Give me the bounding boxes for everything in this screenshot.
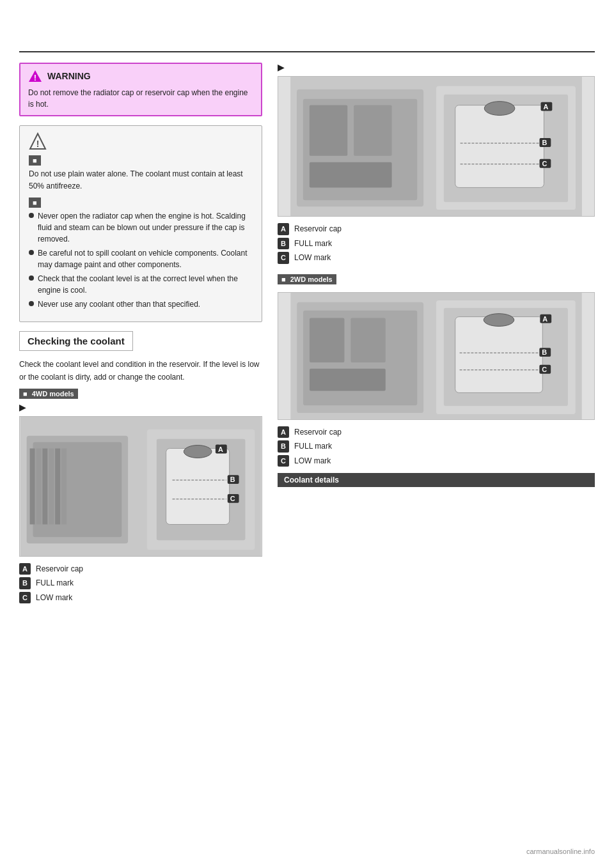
caution-section-1: ■ Do not use plain water alone. The cool… — [29, 155, 253, 192]
right-top-label-c-text: LOW mark — [294, 252, 331, 263]
svg-text:C: C — [542, 365, 547, 373]
svg-rect-31 — [310, 162, 392, 188]
svg-rect-30 — [354, 105, 391, 156]
intro-text: Check the coolant level and condition in… — [19, 359, 262, 383]
svg-text:!: ! — [36, 139, 40, 149]
svg-rect-8 — [36, 448, 42, 524]
bottom-section-bar: Coolant details — [278, 473, 595, 487]
warning-text: Do not remove the radiator cap or reserv… — [28, 87, 253, 110]
top-rule — [19, 51, 595, 52]
label-a-badge: A — [19, 563, 31, 575]
left-image-label-c: C LOW mark — [19, 592, 262, 604]
svg-rect-12 — [61, 448, 67, 524]
svg-text:A: A — [542, 314, 547, 322]
right-top-label-c-badge: C — [278, 252, 289, 264]
right-bottom-label-a: A Reservoir cap — [278, 426, 595, 438]
caution-header: ! — [29, 132, 253, 150]
caution-section-1-text: Do not use plain water alone. The coolan… — [29, 168, 253, 192]
subsection-4wd-heading: ■ 4WD models — [19, 389, 78, 399]
engine-image-right-top: A B C — [278, 76, 595, 217]
label-a-text: Reservoir cap — [36, 563, 83, 575]
right-bottom-label-a-text: Reservoir cap — [294, 426, 342, 438]
svg-text:B: B — [230, 476, 235, 483]
caution-section-1-header: ■ — [29, 155, 41, 166]
label-c-badge: C — [19, 592, 31, 604]
svg-rect-15 — [166, 448, 230, 524]
bullet-dot-4 — [29, 301, 34, 306]
svg-rect-11 — [55, 448, 60, 524]
engine-image-right-bottom: A B C — [278, 292, 595, 420]
bullet-dot-2 — [29, 250, 34, 255]
warning-box: ! WARNING Do not remove the radiator cap… — [19, 63, 262, 116]
right-top-arrow: ▶ — [278, 63, 595, 72]
svg-rect-9 — [42, 448, 47, 524]
caution-box: ! ■ Do not use plain water alone. The co… — [19, 125, 262, 322]
left-arrow: ▶ — [19, 403, 262, 412]
svg-rect-34 — [455, 105, 544, 188]
right-top-label-a-text: Reservoir cap — [294, 223, 342, 235]
right-top-label-a: A Reservoir cap — [278, 223, 595, 235]
right-bottom-label-b: B FULL mark — [278, 440, 595, 453]
right-top-label-b-badge: B — [278, 238, 289, 250]
svg-rect-7 — [30, 448, 35, 524]
bullet-dot-3 — [29, 275, 34, 281]
label-b-text: FULL mark — [36, 577, 74, 589]
svg-text:B: B — [542, 139, 547, 146]
warning-title: WARNING — [47, 71, 91, 81]
section-heading: Checking the coolant — [19, 331, 133, 351]
svg-rect-10 — [49, 448, 54, 524]
caution-bullet-3: Check that the coolant level is at the c… — [29, 273, 253, 296]
svg-text:A: A — [543, 103, 548, 111]
svg-rect-49 — [310, 368, 386, 391]
right-column: ▶ — [278, 63, 595, 606]
engine-image-left: A A B C — [19, 416, 262, 557]
svg-text:A: A — [218, 445, 223, 453]
right-bottom-label-b-text: FULL mark — [294, 440, 332, 452]
warning-header: ! WARNING — [28, 69, 253, 83]
page-container: ! WARNING Do not remove the radiator cap… — [0, 0, 614, 868]
left-image-label-a: A Reservoir cap — [19, 563, 262, 575]
svg-rect-47 — [310, 318, 344, 362]
caution-bullet-4: Never use any coolant other than that sp… — [29, 298, 253, 310]
svg-point-16 — [184, 445, 212, 458]
right-top-label-b: B FULL mark — [278, 238, 595, 250]
caution-bullet-2: Be careful not to spill coolant on vehic… — [29, 247, 253, 270]
svg-text:C: C — [230, 495, 235, 502]
right-top-label-b-text: FULL mark — [294, 238, 332, 249]
watermark: carmanualsonline.info — [526, 848, 595, 855]
caution-triangle-icon: ! — [29, 132, 47, 150]
svg-rect-52 — [455, 316, 543, 392]
right-top-label-c: C LOW mark — [278, 252, 595, 264]
svg-text:C: C — [542, 160, 547, 167]
bullet-dot-1 — [29, 213, 34, 218]
caution-section-2-header: ■ — [29, 198, 41, 208]
right-top-label-a-badge: A — [278, 223, 289, 235]
main-content: ! WARNING Do not remove the radiator cap… — [19, 63, 595, 606]
svg-text:!: ! — [34, 73, 36, 82]
svg-point-35 — [484, 102, 515, 116]
right-bottom-label-a-badge: A — [278, 426, 289, 438]
svg-rect-29 — [310, 105, 347, 156]
label-b-badge: B — [19, 577, 31, 589]
right-bottom-label-c-badge: C — [278, 455, 289, 467]
svg-text:B: B — [542, 348, 547, 356]
warning-triangle-icon: ! — [28, 69, 42, 83]
caution-section-2: ■ Never open the radiator cap when the e… — [29, 198, 253, 310]
left-image-label-b: B FULL mark — [19, 577, 262, 589]
subsection-2wd-heading: ■ 2WD models — [278, 274, 336, 284]
label-c-text: LOW mark — [36, 592, 72, 603]
svg-point-53 — [484, 313, 514, 326]
right-bottom-label-b-badge: B — [278, 440, 289, 453]
right-bottom-label-c-text: LOW mark — [294, 455, 331, 467]
right-bottom-label-c: C LOW mark — [278, 455, 595, 467]
caution-bullet-1: Never open the radiator cap when the eng… — [29, 210, 253, 245]
svg-rect-48 — [350, 318, 385, 362]
left-column: ! WARNING Do not remove the radiator cap… — [19, 63, 262, 606]
